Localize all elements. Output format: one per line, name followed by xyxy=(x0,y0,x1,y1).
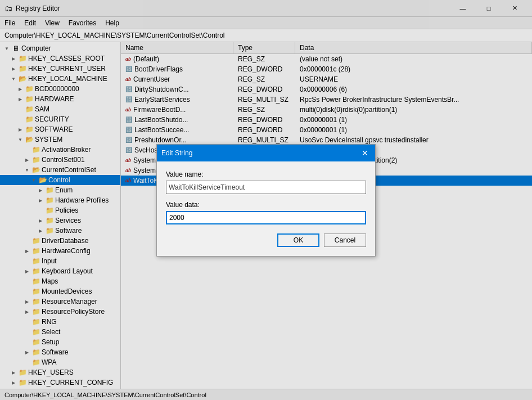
dialog-title: Edit String xyxy=(161,149,359,157)
cancel-button[interactable]: Cancel xyxy=(324,233,366,247)
modal-overlay: Edit String ✕ Value name: Value data: OK… xyxy=(0,0,532,400)
value-data-input[interactable] xyxy=(166,211,366,224)
ok-button[interactable]: OK xyxy=(277,233,319,247)
dialog-close-button[interactable]: ✕ xyxy=(359,147,371,159)
value-name-input[interactable] xyxy=(166,181,366,194)
dialog-buttons: OK Cancel xyxy=(166,233,366,247)
dialog-body: Value name: Value data: OK Cancel xyxy=(157,161,375,256)
dialog-title-bar: Edit String ✕ xyxy=(157,145,375,161)
value-name-label: Value name: xyxy=(166,170,366,178)
edit-string-dialog: Edit String ✕ Value name: Value data: OK… xyxy=(156,144,376,257)
value-data-label: Value data: xyxy=(166,201,366,209)
